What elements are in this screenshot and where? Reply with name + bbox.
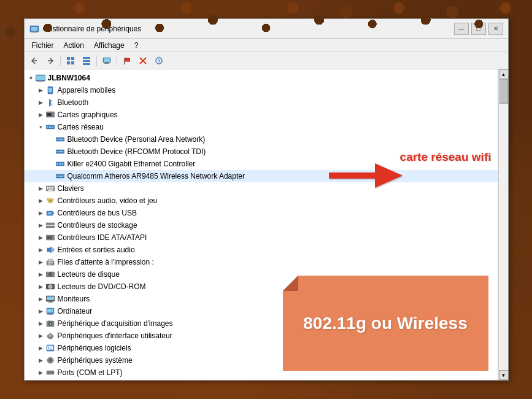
scrollbar[interactable]: ▲ ▼ [498,69,508,380]
tree-label-bluetooth: Bluetooth [58,98,89,107]
svg-rect-110 [50,357,50,358]
toolbar-forward[interactable] [43,54,58,68]
expand-appareils[interactable]: ▶ [37,86,45,95]
scroll-up-arrow[interactable]: ▲ [499,69,508,79]
expand-audio-ctrl[interactable]: ▶ [37,196,45,205]
tree-item-processors[interactable]: ▶ Processeurs [25,379,498,380]
toolbar-grid2[interactable] [79,54,94,68]
tree-item-computer[interactable]: ▶ Ordinateur [25,305,498,317]
icon-audio-ctrl [45,196,55,206]
tree-label-storage-ctrl: Contrôleurs de stockage [58,221,137,230]
tree-item-bluetooth[interactable]: ▶ ᛒ Bluetooth [25,96,498,109]
icon-hid [45,331,55,341]
tree-label-appareils: Appareils mobiles [58,86,116,95]
scrollbar-track[interactable] [499,79,508,370]
scroll-down-arrow[interactable]: ▼ [499,370,508,380]
svg-rect-56 [48,187,50,188]
svg-rect-41 [61,139,63,140]
svg-rect-37 [52,126,53,128]
icon-bt-rfcomm [55,147,65,157]
icon-gpu [45,110,55,120]
tree-item-storage-ctrl[interactable]: ▶ Contrôleurs de stockage [25,219,498,231]
tree-item-killer[interactable]: ▶ Killer e2400 Gigabit Ethernet Controll… [25,158,498,170]
tree-item-ide-ctrl[interactable]: ▶ Contrôleurs IDE ATA/ATAPI [25,231,498,244]
expand-storage-ctrl[interactable]: ▶ [37,221,45,230]
expand-print-queue[interactable]: ▶ [37,258,45,266]
svg-rect-94 [47,309,53,312]
svg-point-109 [49,359,52,362]
tree-item-acq[interactable]: ▶ Périphérique d'acquisition d'images [25,317,498,330]
expand-audio-io[interactable]: ▶ [37,246,45,254]
scrollbar-thumb[interactable] [499,79,508,104]
expand-root[interactable]: ▾ [27,74,36,82]
toolbar-remove[interactable] [136,54,150,68]
maximize-button[interactable]: □ [471,23,486,35]
menu-fichier[interactable]: Fichier [27,40,59,51]
tree-item-usb-ctrl[interactable]: ▶ Contrôleurs de bus USB [25,207,498,219]
minimize-button[interactable]: — [454,23,469,35]
tree-label-ports: Ports (COM et LPT) [58,368,123,377]
svg-point-29 [50,93,51,94]
expand-dvd[interactable]: ▶ [37,282,45,291]
tree-item-appareils[interactable]: ▶ Appareils mobiles [25,84,498,96]
tree-label-computer: Ordinateur [58,307,93,316]
expand-network[interactable]: ▾ [37,123,45,131]
svg-rect-39 [56,139,58,140]
tree-item-audio-ctrl[interactable]: ▶ Contrôleurs audio, vidéo et jeu [25,195,498,207]
expand-monitors[interactable]: ▶ [37,295,45,303]
toolbar-grid1[interactable] [63,54,78,68]
expand-ports[interactable]: ▶ [37,368,45,377]
tree-item-soft-dev[interactable]: ▶ Périphériques logiciels [25,342,498,354]
tree-item-ports[interactable]: ▶ Ports (COM et LPT) [25,366,498,379]
icon-ide-ctrl [45,233,55,242]
tree-item-print-queue[interactable]: ▶ Files d'attente à l'impression : [25,256,498,268]
tree-item-sys-dev[interactable]: ▶ Périphériques système [25,354,498,366]
tree-item-bt-rfcomm[interactable]: ▶ Bluetooth Device (RFCOMM Protocol TDI) [25,145,498,158]
tree-item-hid[interactable]: ▶ Périphériques d'interface utilisateur [25,330,498,342]
tree-item-disk[interactable]: ▶ Lecteurs de disque [25,268,498,281]
svg-rect-6 [67,57,70,60]
svg-point-88 [50,287,50,287]
expand-soft-dev[interactable]: ▶ [37,344,45,352]
expand-gpu[interactable]: ▶ [37,110,45,119]
close-button[interactable]: ✕ [488,23,503,35]
expand-usb-ctrl[interactable]: ▶ [37,209,45,217]
tree-label-acq: Périphérique d'acquisition d'images [58,319,173,328]
tree-item-network[interactable]: ▾ Cartes réseau [25,121,498,133]
toolbar-sep-3 [117,55,117,66]
menu-help[interactable]: ? [129,40,144,51]
tree-item-monitors[interactable]: ▶ Moniteurs [25,293,498,305]
toolbar-monitor[interactable] [99,54,114,68]
expand-computer[interactable]: ▶ [37,307,45,316]
expand-claviers[interactable]: ▶ [37,184,45,193]
menu-affichage[interactable]: Affichage [89,40,129,51]
toolbar-flag[interactable] [120,54,134,68]
svg-point-75 [52,237,53,238]
expand-ide-ctrl[interactable]: ▶ [37,233,45,242]
icon-claviers [45,184,55,193]
toolbar-sep-2 [96,55,97,66]
expand-acq[interactable]: ▶ [37,319,45,328]
toolbar-back[interactable] [27,54,42,68]
svg-rect-113 [53,360,54,360]
tree-label-audio-ctrl: Contrôleurs audio, vidéo et jeu [58,196,158,205]
svg-rect-26 [37,81,44,82]
tree-item-claviers[interactable]: ▶ Claviers [25,182,498,195]
tree-item-audio-io[interactable]: ▶ Entrées et sorties audio [25,244,498,256]
toolbar-update[interactable] [152,54,166,68]
tree-item-dvd[interactable]: ▶ Lecteurs de DVD/CD-ROM [25,281,498,293]
svg-rect-52 [59,176,61,177]
icon-network [45,122,55,132]
expand-bluetooth[interactable]: ▶ [37,98,45,107]
tree-item-bt-pan[interactable]: ▶ Bluetooth Device (Personal Area Networ… [25,133,498,145]
tree-label-gpu: Cartes graphiques [58,110,118,119]
expand-sys-dev[interactable]: ▶ [37,356,45,365]
icon-sys-dev [45,355,55,365]
tree-item-gpu[interactable]: ▶ Cartes graphiques [25,109,498,121]
menu-action[interactable]: Action [59,40,89,51]
tree-item-root[interactable]: ▾ JLBNW1064 [25,72,498,84]
tree-item-qualcomm[interactable]: ▶ Qualcomm Atheros AR9485 Wireless Netwo… [25,170,498,182]
expand-hid[interactable]: ▶ [37,331,45,340]
tree-view[interactable]: ▾ JLBNW1064 ▶ [25,69,498,380]
expand-disk[interactable]: ▶ [37,270,45,279]
